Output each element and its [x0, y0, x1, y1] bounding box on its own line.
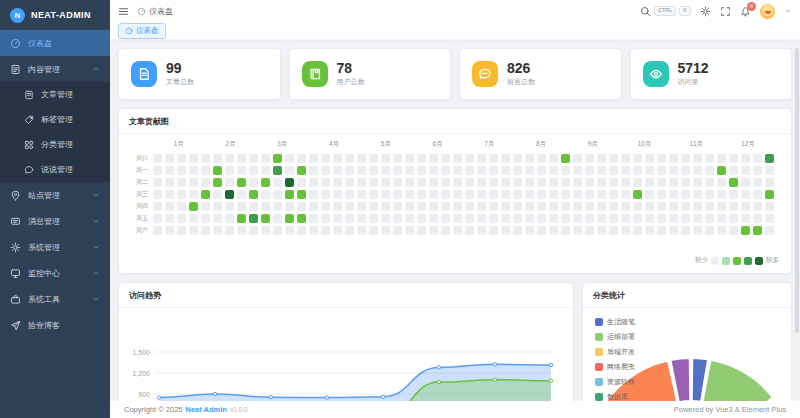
heatmap-cell [417, 166, 426, 175]
heatmap-cell [381, 166, 390, 175]
heatmap-cell [669, 178, 678, 187]
avatar[interactable] [760, 4, 775, 19]
heatmap-cell [453, 190, 462, 199]
legend-less-label: 较少 [695, 256, 708, 265]
tab-dashboard[interactable]: 仪表盘 [118, 23, 166, 39]
heatmap-cell [585, 178, 594, 187]
heatmap-cell [285, 154, 294, 163]
heatmap-cell [441, 154, 450, 163]
heatmap-cell [609, 178, 618, 187]
heatmap-cell [345, 202, 354, 211]
search-box[interactable]: CTRL K [640, 6, 691, 17]
sidebar-item[interactable]: 监控中心 [0, 260, 110, 286]
sidebar-item[interactable]: 仪表盘 [0, 30, 110, 56]
sidebar-submenu: 文章管理标签管理分类管理说说管理 [0, 82, 110, 182]
heatmap-cell [357, 166, 366, 175]
heatmap-cell [153, 178, 162, 187]
heatmap-cell [453, 214, 462, 223]
heatmap-cell [693, 178, 702, 187]
heatmap-cell [741, 166, 750, 175]
chevron-down-icon [92, 217, 100, 225]
heatmap-day-label: 周二 [129, 178, 153, 187]
heatmap-cell [417, 214, 426, 223]
sidebar-item[interactable]: 站点管理 [0, 182, 110, 208]
heatmap-cell [237, 154, 246, 163]
heatmap-cell [765, 202, 774, 211]
heatmap-cell [585, 154, 594, 163]
heatmap-cell [465, 202, 474, 211]
heatmap-cell [477, 226, 486, 235]
stats-row: 99文章总数78用户总数826留言总数5712访问量 [118, 48, 792, 100]
heatmap-cell [537, 214, 546, 223]
category-legend-item[interactable]: 后端开发 [595, 347, 635, 357]
category-legend-item[interactable]: 生活随笔 [595, 317, 635, 327]
heatmap-cell [201, 166, 210, 175]
sidebar-item[interactable]: 内容管理 [0, 56, 110, 82]
heatmap-cell [309, 178, 318, 187]
chevron-down-icon [92, 269, 100, 277]
sidebar-item-label: 仪表盘 [28, 38, 100, 49]
heatmap-cell [237, 214, 246, 223]
heatmap-cell [405, 178, 414, 187]
heatmap-cell [213, 190, 222, 199]
heatmap-cell [297, 226, 306, 235]
fullscreen-icon[interactable] [720, 6, 731, 17]
heatmap-cell [669, 214, 678, 223]
gear-icon[interactable] [700, 6, 711, 17]
heatmap-cell [657, 202, 666, 211]
heatmap-cell [453, 178, 462, 187]
heatmap-cell [705, 178, 714, 187]
category-icon [24, 140, 34, 150]
scrollbar-thumb[interactable] [795, 48, 799, 333]
heatmap-cell [309, 154, 318, 163]
heatmap-legend: 较少较多 [695, 256, 779, 265]
heatmap-cell [561, 226, 570, 235]
search-icon[interactable] [640, 6, 651, 17]
sidebar-subitem[interactable]: 文章管理 [0, 82, 110, 107]
heatmap-month-labels: 1月2月3月4月5月6月7月8月9月10月11月12月 [153, 140, 781, 149]
category-legend-item[interactable]: 网络爬虫 [595, 362, 635, 372]
sidebar-subitem[interactable]: 标签管理 [0, 107, 110, 132]
heatmap-cell [441, 190, 450, 199]
sidebar-item[interactable]: 系统管理 [0, 234, 110, 260]
chevron-down-icon[interactable] [784, 7, 792, 15]
heatmap-day-label: 周五 [129, 214, 153, 223]
notifications[interactable]: 4 [740, 6, 751, 17]
heatmap-cell [513, 226, 522, 235]
book-icon [302, 61, 328, 87]
heatmap-cell [345, 166, 354, 175]
logo[interactable]: N NEAT-ADMIN [0, 0, 110, 30]
brand-link[interactable]: Neat Admin [185, 405, 226, 414]
chevron-down-icon [92, 243, 100, 251]
heatmap-cell [357, 226, 366, 235]
sidebar-item[interactable]: 拾壹博客 [0, 312, 110, 338]
sidebar-subitem[interactable]: 分类管理 [0, 132, 110, 157]
legend-swatch [595, 363, 603, 371]
hamburger-menu-icon[interactable] [118, 6, 129, 17]
legend-swatch [733, 257, 741, 265]
sidebar-item[interactable]: 系统工具 [0, 286, 110, 312]
heatmap-cell [501, 190, 510, 199]
heatmap-cell [669, 166, 678, 175]
heatmap-cell [681, 226, 690, 235]
sidebar-item[interactable]: 消息管理 [0, 208, 110, 234]
heatmap-cell [357, 178, 366, 187]
heatmap-day-label: 周三 [129, 190, 153, 199]
heatmap-cell [393, 202, 402, 211]
sidebar-subitem[interactable]: 说说管理 [0, 157, 110, 182]
app-root: N NEAT-ADMIN 仪表盘内容管理文章管理标签管理分类管理说说管理站点管理… [0, 0, 800, 418]
heatmap-cell [549, 226, 558, 235]
heatmap-cell [681, 178, 690, 187]
blog-icon [10, 320, 21, 331]
category-legend-item[interactable]: 资源软件 [595, 377, 635, 387]
legend-swatch [595, 348, 603, 356]
heatmap-cell [369, 166, 378, 175]
heatmap-month-label: 9月 [567, 140, 619, 149]
heatmap-cell [453, 202, 462, 211]
heatmap-cell [549, 214, 558, 223]
comment-icon [472, 61, 498, 87]
heatmap-row: 周二 [129, 178, 781, 187]
heatmap-cell [729, 214, 738, 223]
category-legend-item[interactable]: 运维部署 [595, 332, 635, 342]
heatmap-cell [501, 178, 510, 187]
